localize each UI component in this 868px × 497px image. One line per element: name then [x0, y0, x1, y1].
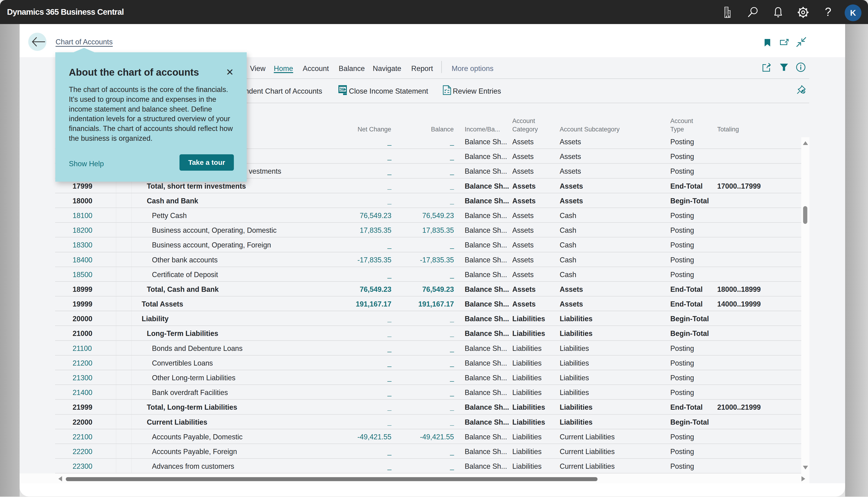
svg-text:?: ? — [825, 5, 831, 18]
